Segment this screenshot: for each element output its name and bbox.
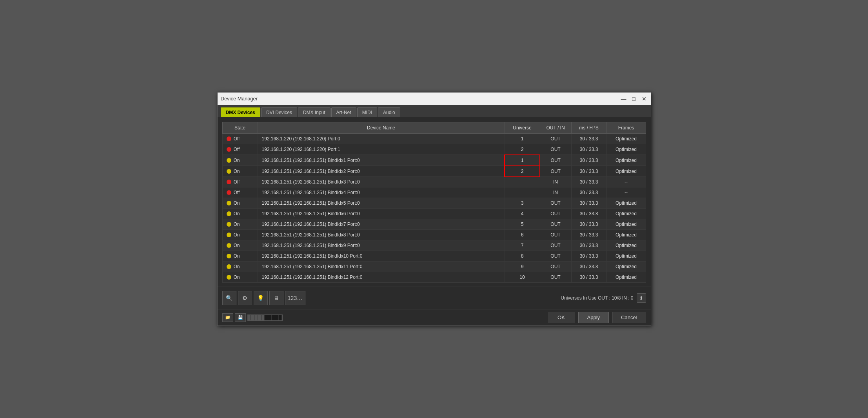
cell-frames: Optimized: [607, 219, 646, 230]
table-row[interactable]: Off192.168.1.220 (192.168.1.220) Port:12…: [222, 144, 646, 155]
maximize-button[interactable]: □: [630, 95, 637, 102]
state-label: On: [234, 274, 240, 280]
table-row[interactable]: On192.168.1.251 (192.168.1.251) BindIdx5…: [222, 198, 646, 209]
table-row[interactable]: On192.168.1.251 (192.168.1.251) BindIdx2…: [222, 166, 646, 177]
cell-outin: IN: [540, 187, 571, 198]
cell-outin: OUT: [540, 251, 571, 262]
cell-outin: OUT: [540, 219, 571, 230]
cell-universe: [505, 177, 540, 187]
cell-device-name: 192.168.1.251 (192.168.1.251) BindIdx11 …: [258, 262, 505, 272]
device-manager-window: Device Manager — □ ✕ DMX Devices DVI Dev…: [217, 92, 651, 326]
tab-dvi-devices[interactable]: DVI Devices: [261, 107, 297, 117]
cell-device-name: 192.168.1.251 (192.168.1.251) BindIdx8 P…: [258, 230, 505, 240]
tab-midi[interactable]: MIDI: [357, 107, 377, 117]
cell-fps: 30 / 33.3: [571, 240, 607, 251]
table-row[interactable]: On192.168.1.251 (192.168.1.251) BindIdx7…: [222, 219, 646, 230]
cell-device-name: 192.168.1.251 (192.168.1.251) BindIdx7 P…: [258, 219, 505, 230]
toolbar-row: 🔍 ⚙ 💡 🖥 123… Universes In Use OUT : 10/8…: [218, 287, 651, 309]
cell-outin: OUT: [540, 155, 571, 166]
cell-device-name: 192.168.1.251 (192.168.1.251) BindIdx1 P…: [258, 155, 505, 166]
state-label: On: [234, 264, 240, 269]
table-row[interactable]: On192.168.1.251 (192.168.1.251) BindIdx1…: [222, 155, 646, 166]
tab-audio[interactable]: Audio: [378, 107, 400, 117]
cell-fps: 30 / 33.3: [571, 155, 607, 166]
cell-universe: 1: [505, 155, 540, 166]
settings-button[interactable]: ⚙: [238, 291, 252, 305]
close-button[interactable]: ✕: [641, 95, 648, 102]
save-icon: 💾: [238, 315, 243, 320]
table-row[interactable]: Off192.168.1.220 (192.168.1.220) Port:01…: [222, 133, 646, 144]
col-header-state: State: [222, 122, 258, 133]
tab-art-net[interactable]: Art-Net: [331, 107, 356, 117]
state-label: On: [234, 232, 240, 238]
tab-dmx-input[interactable]: DMX Input: [298, 107, 330, 117]
apply-button[interactable]: Apply: [578, 312, 609, 323]
cell-fps: 30 / 33.3: [571, 219, 607, 230]
table-row[interactable]: Off192.168.1.251 (192.168.1.251) BindIdx…: [222, 177, 646, 187]
yellow-status-dot: [227, 201, 231, 205]
table-row[interactable]: Off192.168.1.251 (192.168.1.251) BindIdx…: [222, 187, 646, 198]
table-row[interactable]: On192.168.1.251 (192.168.1.251) BindIdx8…: [222, 230, 646, 240]
yellow-status-dot: [227, 254, 231, 258]
cell-frames: Optimized: [607, 144, 646, 155]
universes-status: Universes In Use OUT : 10/8 IN : 0: [561, 295, 633, 301]
cell-frames: Optimized: [607, 230, 646, 240]
yellow-status-dot: [227, 158, 231, 163]
cell-universe: 2: [505, 166, 540, 177]
state-label: On: [234, 200, 240, 206]
table-row[interactable]: On192.168.1.251 (192.168.1.251) BindIdx1…: [222, 251, 646, 262]
save-button[interactable]: 💾: [235, 313, 246, 322]
cell-universe: 10: [505, 272, 540, 283]
cell-state: On: [222, 230, 258, 240]
cell-fps: 30 / 33.3: [571, 262, 607, 272]
cell-fps: 30 / 33.3: [571, 230, 607, 240]
progress-segment: [248, 315, 251, 320]
minimize-button[interactable]: —: [620, 95, 627, 102]
col-header-universe: Universe: [505, 122, 540, 133]
progress-segment: [265, 315, 268, 320]
number-button[interactable]: 123…: [285, 291, 305, 305]
cell-outin: OUT: [540, 198, 571, 209]
yellow-status-dot: [227, 275, 231, 280]
bottom-bar: 📁 💾 OK Apply Cancel: [218, 309, 651, 325]
cell-device-name: 192.168.1.251 (192.168.1.251) BindIdx12 …: [258, 272, 505, 283]
cell-frames: Optimized: [607, 251, 646, 262]
cell-device-name: 192.168.1.220 (192.168.1.220) Port:0: [258, 133, 505, 144]
cell-state: On: [222, 240, 258, 251]
main-content: State Device Name Universe OUT / IN ms /…: [218, 117, 651, 309]
ok-button[interactable]: OK: [548, 312, 575, 323]
table-row[interactable]: On192.168.1.251 (192.168.1.251) BindIdx1…: [222, 272, 646, 283]
yellow-status-dot: [227, 169, 231, 174]
cell-state: On: [222, 155, 258, 166]
state-label: On: [234, 211, 240, 216]
cell-state: Off: [222, 133, 258, 144]
table-row[interactable]: On192.168.1.251 (192.168.1.251) BindIdx1…: [222, 262, 646, 272]
tab-bar: DMX Devices DVI Devices DMX Input Art-Ne…: [218, 105, 651, 117]
info-button[interactable]: ℹ: [637, 293, 646, 303]
cell-fps: 30 / 33.3: [571, 187, 607, 198]
tab-dmx-devices[interactable]: DMX Devices: [221, 107, 260, 117]
folder-button[interactable]: 📁: [222, 313, 233, 322]
state-label: On: [234, 158, 240, 163]
red-status-dot: [227, 190, 231, 195]
cell-state: On: [222, 209, 258, 219]
window-title: Device Manager: [221, 96, 258, 102]
cell-universe: [505, 187, 540, 198]
cell-universe: 7: [505, 240, 540, 251]
state-label: Off: [234, 179, 240, 185]
table-row[interactable]: On192.168.1.251 (192.168.1.251) BindIdx9…: [222, 240, 646, 251]
search-icon: 🔍: [226, 295, 232, 301]
light-button[interactable]: 💡: [254, 291, 268, 305]
table-row[interactable]: On192.168.1.251 (192.168.1.251) BindIdx6…: [222, 209, 646, 219]
monitor-button[interactable]: 🖥: [269, 291, 283, 305]
progress-segment: [279, 315, 282, 320]
cell-universe: 3: [505, 198, 540, 209]
bottom-left: 📁 💾: [222, 313, 283, 322]
cancel-button[interactable]: Cancel: [612, 312, 646, 323]
cell-fps: 30 / 33.3: [571, 133, 607, 144]
cell-device-name: 192.168.1.251 (192.168.1.251) BindIdx3 P…: [258, 177, 505, 187]
search-button[interactable]: 🔍: [222, 291, 236, 305]
red-status-dot: [227, 180, 231, 184]
cell-universe: 8: [505, 251, 540, 262]
cell-universe: 9: [505, 262, 540, 272]
